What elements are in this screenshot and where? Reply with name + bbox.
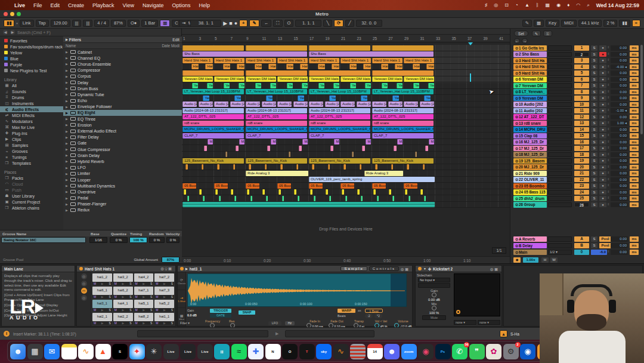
- track-header-3-hard-shit-ha[interactable]: ⊙3 Hard Shit Ha3S●‖0.00ms: [510, 57, 644, 64]
- pad-play-icon[interactable]: ▶: [163, 308, 166, 312]
- track-header-25-dhh2-drum[interactable]: ⊙25 dhh2_drum25S●‖0.00ms: [510, 195, 644, 202]
- browser-item-eq-three[interactable]: ▶EQ Three: [63, 116, 182, 122]
- clip[interactable]: [262, 189, 265, 195]
- device-header-icons[interactable]: ◎▣: [490, 267, 499, 271]
- clip[interactable]: [219, 196, 221, 201]
- automation-box[interactable]: [548, 183, 572, 189]
- clip[interactable]: Audio [20: [214, 101, 228, 107]
- pad-play-icon[interactable]: ▶: [101, 295, 104, 299]
- track-name[interactable]: ⊙3 Hard Shit Ha: [513, 58, 547, 64]
- automation-box[interactable]: [548, 115, 572, 120]
- clip[interactable]: Yere: [397, 83, 402, 88]
- expand-arrow-icon[interactable]: ▶: [66, 166, 69, 170]
- drum-pad-hat5_2[interactable]: hat5_2: [154, 300, 174, 308]
- track-number[interactable]: 5: [574, 70, 589, 76]
- loop-button[interactable]: ⟳: [334, 20, 343, 27]
- track-play-icon[interactable]: ⊙: [515, 146, 519, 152]
- track-name[interactable]: ⊙Main: [513, 250, 547, 256]
- dock-messages[interactable]: ❞: [469, 344, 485, 359]
- clip[interactable]: MJ: [429, 139, 434, 144]
- expand-arrow-icon[interactable]: ▶: [66, 75, 69, 78]
- clip[interactable]: Hard: [268, 64, 275, 69]
- track-play-icon[interactable]: ⊙: [515, 177, 519, 183]
- clip[interactable]: [377, 196, 379, 201]
- browser-item-multiband-dynamics[interactable]: ▶Multiband Dynamics: [63, 183, 182, 189]
- status-icon-6[interactable]: ▲: [525, 2, 530, 8]
- browser-item-overdrive[interactable]: ▶Overdrive: [63, 189, 182, 195]
- browser-item-envelope-follower[interactable]: ▶Envelope Follower: [63, 104, 182, 110]
- dock-opal[interactable]: O: [282, 344, 298, 359]
- drum-pad-hat4_1[interactable]: hat4_1: [113, 300, 133, 308]
- ms-button[interactable]: ms: [630, 171, 639, 176]
- arm-button[interactable]: ●: [599, 77, 606, 82]
- clip[interactable]: [203, 196, 205, 201]
- dock-finder[interactable]: ☻: [10, 344, 26, 359]
- clip[interactable]: [328, 164, 330, 170]
- clip[interactable]: [329, 196, 331, 201]
- track-name[interactable]: ⊙9 Yerevan DM: [513, 96, 547, 101]
- curve-handle[interactable]: [456, 310, 460, 314]
- status-icon-3[interactable]: ◉: [556, 2, 561, 8]
- window-titlebar[interactable]: Metro: [0, 10, 644, 18]
- track-delay-value[interactable]: 0.00: [611, 70, 628, 76]
- track-play-icon[interactable]: ⊙: [515, 96, 519, 101]
- global-amount-value[interactable]: 87%: [162, 257, 179, 263]
- track-name[interactable]: ⊙4 Hard Shit Ha: [513, 64, 547, 70]
- clip[interactable]: [278, 189, 281, 195]
- expand-arrow-icon[interactable]: ▶: [66, 130, 69, 133]
- track-header-24-05-bass-115[interactable]: ⊙24 05 Bass 11524S●‖0.00ms: [510, 189, 644, 196]
- expand-arrow-icon[interactable]: ▶: [66, 190, 69, 193]
- sidechain-input-select[interactable]: No Input ▾: [418, 278, 450, 282]
- clip[interactable]: Yere: [255, 83, 261, 88]
- track-header-b-delay[interactable]: ⊙B DelayBSPost‖0.00ms: [510, 242, 644, 249]
- track-number[interactable]: 17: [574, 146, 589, 151]
- clip[interactable]: Ride Analog 3: [246, 171, 308, 176]
- track-name[interactable]: ⊙A Reverb: [513, 236, 547, 242]
- groove-random-cell[interactable]: 0 %: [149, 237, 165, 243]
- drum-pad-hat8_2[interactable]: hat8_2: [134, 313, 154, 321]
- back-to-arrangement-button[interactable]: ←: [261, 20, 272, 27]
- ms-button[interactable]: ms: [630, 236, 639, 242]
- clip[interactable]: Hard Shit Hats 1: [214, 58, 244, 63]
- clip[interactable]: Audio [20: [404, 101, 418, 107]
- track-play-icon[interactable]: ⊙: [515, 64, 519, 70]
- clip[interactable]: [184, 189, 186, 195]
- track-header-2-sho-bass[interactable]: ⊙2 Sho Bass2S●‖0.00ms: [510, 51, 644, 58]
- clip[interactable]: MJ: [302, 139, 307, 144]
- midi-map-button[interactable]: MIDI: [561, 20, 577, 27]
- clip[interactable]: Ride Analog 3: [364, 171, 403, 176]
- double-tempo-button[interactable]: *2: [374, 314, 382, 318]
- zoom-value[interactable]: 1.00x: [523, 257, 538, 263]
- quantize-menu[interactable]: O●: [128, 20, 140, 27]
- expand-arrow-icon[interactable]: ▶: [66, 184, 69, 187]
- drum-pad-hat1_1[interactable]: hat1_1: [154, 313, 174, 321]
- clip[interactable]: [373, 189, 376, 195]
- half-tempo-button[interactable]: :2: [365, 314, 373, 318]
- clip[interactable]: [231, 189, 233, 195]
- chain-icon[interactable]: ◎: [81, 295, 87, 301]
- sidebar-item-clips[interactable]: ▶Clips: [0, 136, 63, 142]
- clip[interactable]: MJ: [271, 139, 275, 144]
- clip[interactable]: Hard: [286, 64, 293, 69]
- clip[interactable]: [202, 164, 204, 170]
- time-signature-field[interactable]: 4 / 4: [94, 20, 109, 27]
- clip[interactable]: Hard: [237, 64, 244, 69]
- pad-mute-button[interactable]: M: [135, 308, 138, 312]
- key-map-button[interactable]: Key: [546, 20, 559, 27]
- clip[interactable]: 05 Boom: [182, 183, 196, 189]
- solo-button[interactable]: S: [591, 177, 597, 183]
- clip[interactable]: Yerevan DM Hats: [214, 76, 244, 82]
- track-delay-value[interactable]: 0.00: [611, 165, 628, 170]
- track-play-icon[interactable]: ⊙: [515, 70, 519, 76]
- clip[interactable]: Audio [2024-: [262, 101, 276, 107]
- pad-solo-button[interactable]: S: [109, 321, 110, 325]
- track-delay-value[interactable]: 0.00: [611, 58, 628, 63]
- main-ratio-select[interactable]: 1/2 ▾: [548, 250, 572, 255]
- main-level[interactable]: -6.0: [591, 250, 607, 255]
- browser-item-hybrid-reverb[interactable]: ▶Hybrid Reverb: [63, 158, 182, 164]
- pad-play-icon[interactable]: ▶: [163, 282, 166, 285]
- arm-button[interactable]: ●: [599, 102, 606, 107]
- dock-ableton-live-3[interactable]: Live: [197, 344, 213, 359]
- forward-icon[interactable]: ▶: [10, 30, 15, 35]
- track-number[interactable]: 23: [574, 183, 589, 189]
